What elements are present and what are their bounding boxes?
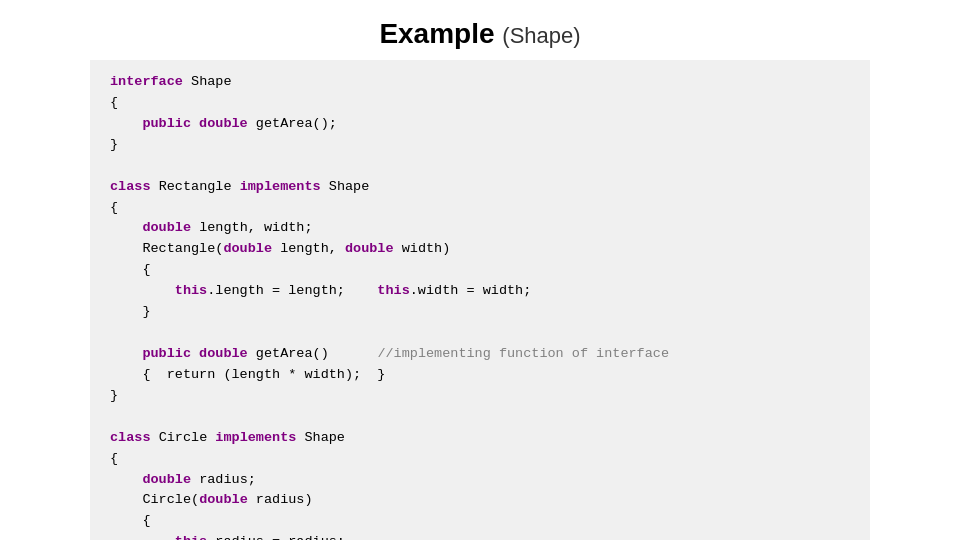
page-title: Example (Shape) bbox=[379, 18, 580, 50]
title-text: Example bbox=[379, 18, 494, 49]
code-block: interface Shape { public double getArea(… bbox=[90, 60, 870, 540]
subtitle-text: (Shape) bbox=[502, 23, 580, 48]
